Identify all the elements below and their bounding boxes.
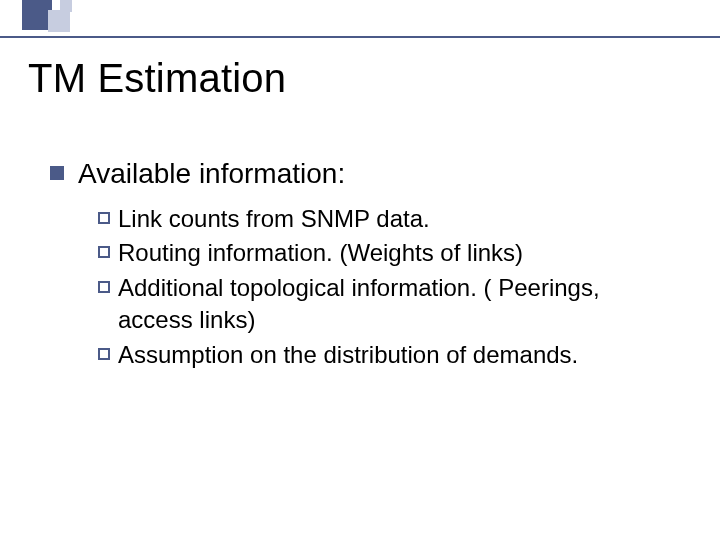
slide-content: Available information: Link counts from …	[50, 156, 670, 373]
list-item: Available information:	[50, 156, 670, 191]
list-item: Link counts from SNMP data.	[98, 203, 670, 235]
hollow-square-bullet-icon	[98, 281, 110, 293]
list-item: Routing information. (Weights of links)	[98, 237, 670, 269]
list-item: Assumption on the distribution of demand…	[98, 339, 670, 371]
list-item-text: Assumption on the distribution of demand…	[118, 339, 578, 371]
list-item: Additional topological information. ( Pe…	[98, 272, 670, 337]
list-item-text: Routing information. (Weights of links)	[118, 237, 523, 269]
hollow-square-bullet-icon	[98, 348, 110, 360]
list-item-text: Available information:	[78, 156, 345, 191]
sub-list: Link counts from SNMP data. Routing info…	[98, 203, 670, 371]
hollow-square-bullet-icon	[98, 212, 110, 224]
slide-title: TM Estimation	[28, 56, 286, 101]
list-item-text: Additional topological information. ( Pe…	[118, 272, 670, 337]
hollow-square-bullet-icon	[98, 246, 110, 258]
list-item-text: Link counts from SNMP data.	[118, 203, 430, 235]
slide-header-decoration	[0, 0, 720, 40]
square-bullet-icon	[50, 166, 64, 180]
